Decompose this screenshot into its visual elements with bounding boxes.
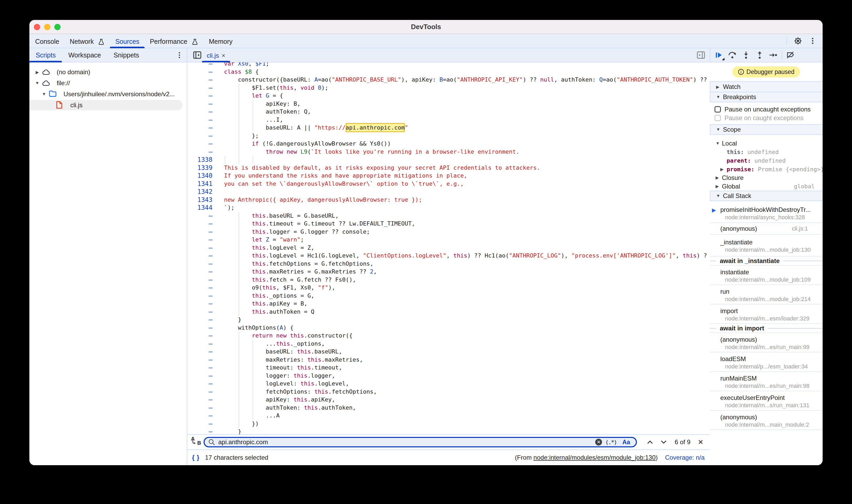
close-search-icon[interactable]: ✕ <box>698 438 704 446</box>
scope-row-this[interactable]: this: undefined <box>710 148 823 156</box>
hide-navigator-icon[interactable] <box>193 50 202 60</box>
line-gutter-dash[interactable]: – <box>187 316 212 324</box>
line-gutter-dash[interactable]: – <box>187 412 212 420</box>
tree-item-file-[interactable]: ▼file:// <box>29 78 187 89</box>
sidebar-tab-workspace[interactable]: Workspace <box>62 48 107 62</box>
line-gutter-dash[interactable]: – <box>187 140 212 148</box>
line-gutter-dash[interactable]: – <box>187 340 212 348</box>
line-gutter-dash[interactable]: – <box>187 420 212 428</box>
chevron-down-icon[interactable]: ▼ <box>715 141 720 146</box>
sidebar-more-tabs-icon[interactable] <box>175 51 184 59</box>
section-breakpoints[interactable]: ▼ Breakpoints <box>710 92 823 102</box>
line-gutter-dash[interactable]: – <box>187 308 212 316</box>
coverage-link[interactable]: Coverage: n/a <box>665 454 705 461</box>
scope-row-local[interactable]: ▼Local <box>710 139 823 148</box>
pretty-print-icon[interactable]: { } <box>192 454 200 461</box>
line-gutter-dash[interactable]: – <box>187 108 212 116</box>
tab-network[interactable]: Network <box>65 34 110 48</box>
match-case-toggle[interactable]: Aa <box>620 438 632 446</box>
line-gutter-dash[interactable]: – <box>187 332 212 340</box>
replace-toggle-icon[interactable]: AB <box>191 437 202 447</box>
tree-item--no-domain-[interactable]: ▶(no domain) <box>29 67 187 78</box>
line-gutter-dash[interactable]: – <box>187 292 212 300</box>
tab-performance[interactable]: Performance <box>144 34 203 48</box>
previous-match-icon[interactable] <box>643 437 657 447</box>
line-gutter-dash[interactable]: – <box>187 396 212 404</box>
line-gutter-dash[interactable]: – <box>187 276 212 284</box>
scope-row-closure[interactable]: ▶Closure <box>710 174 823 182</box>
scope-row-global[interactable]: ▶Globalglobal <box>710 182 823 191</box>
resume-script-button[interactable] <box>712 49 726 61</box>
chevron-right-icon[interactable]: ▶ <box>715 175 720 180</box>
line-gutter-dash[interactable]: – <box>187 252 212 260</box>
tree-expand-icon[interactable]: ▼ <box>35 81 39 86</box>
section-call-stack[interactable]: ▼ Call Stack <box>710 191 823 201</box>
call-stack-frame[interactable]: ▶promiseInitHookWithDestroyTr...node:int… <box>710 201 823 223</box>
line-gutter-dash[interactable]: – <box>187 132 212 140</box>
search-input[interactable]: api.anthropic.com ✕ (.*) Aa <box>203 437 637 447</box>
tree-collapse-icon[interactable]: ▶ <box>35 70 39 75</box>
line-gutter-dash[interactable]: – <box>187 404 212 412</box>
step-button[interactable] <box>766 49 780 61</box>
line-gutter-dash[interactable]: – <box>187 236 212 244</box>
call-stack-frame[interactable]: _instantiatenode:internal/m...module_job… <box>710 235 823 256</box>
step-into-button[interactable] <box>739 49 753 61</box>
line-gutter-dash[interactable]: – <box>187 212 212 220</box>
source-origin-link[interactable]: node:internal/modules/esm/module_job:130 <box>534 454 656 461</box>
line-gutter-dash[interactable]: – <box>187 388 212 396</box>
tab-memory[interactable]: Memory <box>203 34 238 48</box>
line-gutter-dash[interactable]: – <box>187 244 212 252</box>
line-gutter-dash[interactable]: – <box>187 260 212 268</box>
line-gutter-dash[interactable]: – <box>187 300 212 308</box>
line-number[interactable]: 1340 <box>187 172 212 180</box>
line-number[interactable]: 1338 <box>187 156 212 164</box>
line-gutter-dash[interactable]: – <box>187 228 212 236</box>
call-stack-frame[interactable]: executeUserEntryPointnode:internal/m...s… <box>710 391 823 411</box>
chevron-right-icon[interactable]: ▶ <box>715 184 720 189</box>
line-gutter-dash[interactable]: – <box>187 380 212 388</box>
line-gutter-dash[interactable]: – <box>187 92 212 100</box>
tab-sources[interactable]: Sources <box>110 34 144 48</box>
next-match-icon[interactable] <box>657 437 671 447</box>
tree-item-users-jinhuilee-nvm-versions-node-v2-[interactable]: ▼Users/jinhuilee/.nvm/versions/node/v2..… <box>29 89 187 100</box>
call-stack-frame[interactable]: (anonymous)cli.js:1 <box>710 223 823 235</box>
section-watch[interactable]: ▶ Watch <box>710 81 823 92</box>
call-stack-frame[interactable]: (anonymous)node:internal/m...es/run_main… <box>710 333 823 353</box>
call-stack-frame[interactable]: instantiatenode:internal/m...module_job:… <box>710 266 823 285</box>
tree-item-cli-js[interactable]: cli.js <box>29 100 187 111</box>
tree-expand-icon[interactable]: ▼ <box>42 92 46 96</box>
clear-search-icon[interactable]: ✕ <box>595 439 602 446</box>
line-gutter-dash[interactable]: – <box>187 220 212 228</box>
call-stack-frame[interactable]: runMainESMnode:internal/m...es/run_main:… <box>710 372 823 391</box>
deactivate-breakpoints-icon[interactable] <box>784 49 797 61</box>
line-gutter-dash[interactable]: – <box>187 124 212 132</box>
sidebar-tab-snippets[interactable]: Snippets <box>107 48 145 62</box>
more-options-menu-icon[interactable] <box>807 35 818 47</box>
line-number[interactable]: 1341 <box>187 180 212 188</box>
line-gutter-dash[interactable]: – <box>187 84 212 92</box>
line-gutter-dash[interactable]: – <box>187 116 212 124</box>
call-stack-frame[interactable]: (anonymous)node:internal/m...main_module… <box>710 411 823 430</box>
line-number[interactable]: 1344 <box>187 204 212 212</box>
regex-toggle[interactable]: (.*) <box>605 439 617 446</box>
line-gutter-dash[interactable]: – <box>187 324 212 332</box>
checkbox[interactable] <box>714 106 721 112</box>
line-number[interactable]: 1342 <box>187 188 212 196</box>
line-gutter-dash[interactable]: – <box>187 76 212 84</box>
sidebar-tab-scripts[interactable]: Scripts <box>29 48 62 62</box>
code-editor[interactable]: –var Xs0, $F1;–class $8 {– constructor({… <box>187 62 710 434</box>
line-gutter-dash[interactable]: – <box>187 62 212 68</box>
line-gutter-dash[interactable]: – <box>187 148 212 156</box>
line-gutter-dash[interactable]: – <box>187 364 212 372</box>
scope-row-promise[interactable]: ▶promise: Promise {<pending>} <box>710 165 823 174</box>
step-over-button[interactable] <box>726 49 739 61</box>
line-gutter-dash[interactable]: – <box>187 68 212 76</box>
tab-console[interactable]: Console <box>30 34 65 48</box>
editor-tab-clijs[interactable]: cli.js × <box>202 48 230 62</box>
close-tab-icon[interactable]: × <box>221 52 225 59</box>
line-gutter-dash[interactable]: – <box>187 284 212 292</box>
call-stack-frame[interactable]: importnode:internal/m...esm/loader:329 <box>710 304 823 324</box>
section-scope[interactable]: ▼ Scope <box>710 124 823 135</box>
line-gutter-dash[interactable]: – <box>187 356 212 364</box>
call-stack-frame[interactable]: runnode:internal/m...module_job:214 <box>710 285 823 304</box>
